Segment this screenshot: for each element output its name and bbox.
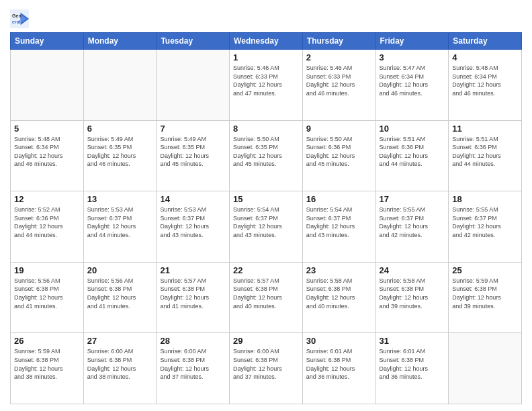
calendar-cell: 1Sunrise: 5:46 AM Sunset: 6:33 PM Daylig… <box>230 50 303 121</box>
calendar-cell: 21Sunrise: 5:57 AM Sunset: 6:38 PM Dayli… <box>157 262 230 333</box>
day-info: Sunrise: 5:50 AM Sunset: 6:35 PM Dayligh… <box>233 135 299 169</box>
logo: Gen eral <box>10 9 32 28</box>
day-number: 9 <box>306 124 372 134</box>
day-number: 18 <box>452 194 518 204</box>
day-number: 20 <box>87 265 153 275</box>
day-number: 29 <box>233 336 299 346</box>
day-info: Sunrise: 6:01 AM Sunset: 6:38 PM Dayligh… <box>380 347 445 381</box>
day-number: 19 <box>14 265 80 275</box>
day-info: Sunrise: 5:48 AM Sunset: 6:34 PM Dayligh… <box>452 64 518 97</box>
day-info: Sunrise: 5:53 AM Sunset: 6:37 PM Dayligh… <box>87 205 153 239</box>
day-info: Sunrise: 5:58 AM Sunset: 6:38 PM Dayligh… <box>306 277 372 310</box>
calendar-cell: 4Sunrise: 5:48 AM Sunset: 6:34 PM Daylig… <box>449 50 522 121</box>
calendar-cell: 7Sunrise: 5:49 AM Sunset: 6:35 PM Daylig… <box>157 120 230 191</box>
day-number: 1 <box>233 52 299 62</box>
calendar-cell <box>11 50 84 121</box>
weekday-header-sunday: Sunday <box>11 33 84 50</box>
day-number: 24 <box>380 265 445 275</box>
day-info: Sunrise: 5:53 AM Sunset: 6:37 PM Dayligh… <box>160 205 226 239</box>
calendar-cell: 9Sunrise: 5:50 AM Sunset: 6:36 PM Daylig… <box>302 120 375 191</box>
day-info: Sunrise: 5:47 AM Sunset: 6:34 PM Dayligh… <box>380 64 445 97</box>
calendar-cell: 5Sunrise: 5:48 AM Sunset: 6:34 PM Daylig… <box>11 120 84 191</box>
day-info: Sunrise: 5:57 AM Sunset: 6:38 PM Dayligh… <box>160 277 226 310</box>
calendar-cell: 18Sunrise: 5:55 AM Sunset: 6:37 PM Dayli… <box>449 191 522 263</box>
day-number: 3 <box>380 52 445 62</box>
day-number: 23 <box>306 265 372 275</box>
day-number: 4 <box>452 52 518 62</box>
calendar-week-3: 12Sunrise: 5:52 AM Sunset: 6:36 PM Dayli… <box>11 191 522 263</box>
day-number: 28 <box>160 336 226 346</box>
calendar-cell: 22Sunrise: 5:57 AM Sunset: 6:38 PM Dayli… <box>230 262 303 333</box>
day-number: 10 <box>380 124 445 134</box>
day-info: Sunrise: 5:49 AM Sunset: 6:35 PM Dayligh… <box>160 135 226 169</box>
day-number: 14 <box>160 194 226 204</box>
day-info: Sunrise: 6:00 AM Sunset: 6:38 PM Dayligh… <box>233 347 299 381</box>
day-number: 17 <box>380 194 445 204</box>
weekday-header-thursday: Thursday <box>302 33 375 50</box>
day-info: Sunrise: 5:56 AM Sunset: 6:38 PM Dayligh… <box>14 277 80 310</box>
day-info: Sunrise: 5:48 AM Sunset: 6:34 PM Dayligh… <box>14 135 80 169</box>
calendar-cell: 25Sunrise: 5:59 AM Sunset: 6:38 PM Dayli… <box>449 262 522 333</box>
svg-text:eral: eral <box>12 19 21 24</box>
svg-text:Gen: Gen <box>12 13 21 18</box>
day-number: 8 <box>233 124 299 134</box>
day-info: Sunrise: 5:50 AM Sunset: 6:36 PM Dayligh… <box>306 135 372 169</box>
calendar-cell: 29Sunrise: 6:00 AM Sunset: 6:38 PM Dayli… <box>230 333 303 404</box>
calendar-cell: 2Sunrise: 5:46 AM Sunset: 6:33 PM Daylig… <box>302 50 375 121</box>
calendar-cell: 28Sunrise: 6:00 AM Sunset: 6:38 PM Dayli… <box>157 333 230 404</box>
day-number: 30 <box>306 336 372 346</box>
day-info: Sunrise: 5:55 AM Sunset: 6:37 PM Dayligh… <box>452 205 518 239</box>
calendar-cell <box>157 50 230 121</box>
calendar: SundayMondayTuesdayWednesdayThursdayFrid… <box>10 32 522 404</box>
day-number: 25 <box>452 265 518 275</box>
day-info: Sunrise: 5:55 AM Sunset: 6:37 PM Dayligh… <box>380 205 445 239</box>
calendar-week-2: 5Sunrise: 5:48 AM Sunset: 6:34 PM Daylig… <box>11 120 522 191</box>
day-info: Sunrise: 5:51 AM Sunset: 6:36 PM Dayligh… <box>380 135 445 169</box>
day-info: Sunrise: 6:01 AM Sunset: 6:38 PM Dayligh… <box>306 347 372 381</box>
day-info: Sunrise: 5:59 AM Sunset: 6:38 PM Dayligh… <box>452 277 518 310</box>
calendar-cell: 13Sunrise: 5:53 AM Sunset: 6:37 PM Dayli… <box>83 191 157 263</box>
day-number: 21 <box>160 265 226 275</box>
calendar-cell: 12Sunrise: 5:52 AM Sunset: 6:36 PM Dayli… <box>11 191 84 263</box>
day-number: 27 <box>87 336 153 346</box>
weekday-header-tuesday: Tuesday <box>157 33 230 50</box>
calendar-cell: 15Sunrise: 5:54 AM Sunset: 6:37 PM Dayli… <box>230 191 303 263</box>
calendar-cell: 6Sunrise: 5:49 AM Sunset: 6:35 PM Daylig… <box>83 120 157 191</box>
day-number: 16 <box>306 194 372 204</box>
calendar-cell: 8Sunrise: 5:50 AM Sunset: 6:35 PM Daylig… <box>230 120 303 191</box>
day-info: Sunrise: 5:58 AM Sunset: 6:38 PM Dayligh… <box>380 277 445 310</box>
day-info: Sunrise: 5:56 AM Sunset: 6:38 PM Dayligh… <box>87 277 153 310</box>
day-number: 12 <box>14 194 80 204</box>
calendar-cell: 20Sunrise: 5:56 AM Sunset: 6:38 PM Dayli… <box>83 262 157 333</box>
day-number: 13 <box>87 194 153 204</box>
calendar-week-5: 26Sunrise: 5:59 AM Sunset: 6:38 PM Dayli… <box>11 333 522 404</box>
calendar-cell: 30Sunrise: 6:01 AM Sunset: 6:38 PM Dayli… <box>302 333 375 404</box>
calendar-cell: 23Sunrise: 5:58 AM Sunset: 6:38 PM Dayli… <box>302 262 375 333</box>
day-info: Sunrise: 6:00 AM Sunset: 6:38 PM Dayligh… <box>160 347 226 381</box>
weekday-header-row: SundayMondayTuesdayWednesdayThursdayFrid… <box>11 33 522 50</box>
calendar-cell <box>449 333 522 404</box>
day-info: Sunrise: 5:54 AM Sunset: 6:37 PM Dayligh… <box>306 205 372 239</box>
day-number: 31 <box>380 336 445 346</box>
weekday-header-wednesday: Wednesday <box>230 33 303 50</box>
calendar-week-4: 19Sunrise: 5:56 AM Sunset: 6:38 PM Dayli… <box>11 262 522 333</box>
day-info: Sunrise: 5:57 AM Sunset: 6:38 PM Dayligh… <box>233 277 299 310</box>
calendar-cell: 10Sunrise: 5:51 AM Sunset: 6:36 PM Dayli… <box>375 120 449 191</box>
day-info: Sunrise: 6:00 AM Sunset: 6:38 PM Dayligh… <box>87 347 153 381</box>
day-number: 5 <box>14 124 80 134</box>
day-info: Sunrise: 5:59 AM Sunset: 6:38 PM Dayligh… <box>14 347 80 381</box>
day-info: Sunrise: 5:54 AM Sunset: 6:37 PM Dayligh… <box>233 205 299 239</box>
weekday-header-saturday: Saturday <box>449 33 522 50</box>
day-number: 7 <box>160 124 226 134</box>
header: Gen eral <box>10 7 522 28</box>
page: Gen eral SundayMondayTuesdayWednesdayThu… <box>0 0 532 411</box>
weekday-header-friday: Friday <box>375 33 449 50</box>
calendar-cell: 31Sunrise: 6:01 AM Sunset: 6:38 PM Dayli… <box>375 333 449 404</box>
day-info: Sunrise: 5:46 AM Sunset: 6:33 PM Dayligh… <box>233 64 299 97</box>
day-number: 22 <box>233 265 299 275</box>
calendar-cell: 3Sunrise: 5:47 AM Sunset: 6:34 PM Daylig… <box>375 50 449 121</box>
day-info: Sunrise: 5:52 AM Sunset: 6:36 PM Dayligh… <box>14 205 80 239</box>
calendar-cell: 24Sunrise: 5:58 AM Sunset: 6:38 PM Dayli… <box>375 262 449 333</box>
calendar-cell: 14Sunrise: 5:53 AM Sunset: 6:37 PM Dayli… <box>157 191 230 263</box>
calendar-cell: 16Sunrise: 5:54 AM Sunset: 6:37 PM Dayli… <box>302 191 375 263</box>
